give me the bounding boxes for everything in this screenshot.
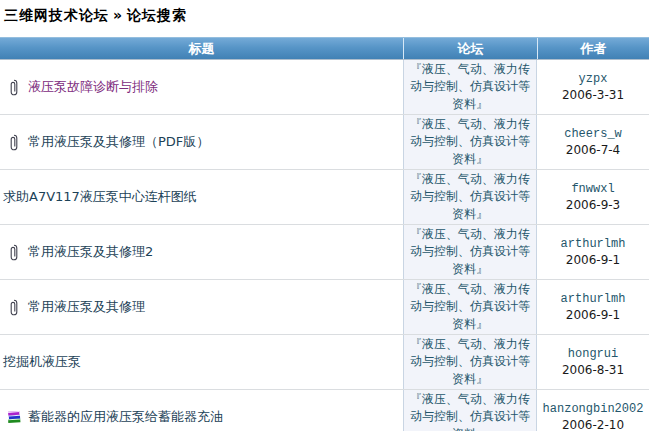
table-row: 挖掘机液压泵『液压、气动、液力传动与控制、仿真设计等资料』hongrui2006… [0,335,649,390]
post-date: 2006-7-4 [566,143,620,157]
author-link[interactable]: hongrui [568,347,618,361]
topic-title-link[interactable]: 蓄能器的应用液压泵给蓄能器充油 [28,408,223,426]
author-link[interactable]: hanzongbin2002 [543,402,644,416]
post-date: 2006-9-3 [566,198,620,212]
paperclip-icon [7,134,21,151]
forum-cell: 『液压、气动、液力传动与控制、仿真设计等资料』 [403,115,537,169]
title-cell: 常用液压泵及其修理2 [0,225,403,279]
forum-link[interactable]: 『液压、气动、液力传动与控制、仿真设计等资料』 [409,281,531,333]
paperclip-icon [7,79,21,96]
author-link[interactable]: cheers_w [564,127,622,141]
forum-cell: 『液压、气动、液力传动与控制、仿真设计等资料』 [403,225,537,279]
table-row: 常用液压泵及其修理2『液压、气动、液力传动与控制、仿真设计等资料』arthurl… [0,225,649,280]
topic-title-link[interactable]: 求助A7V117液压泵中心连杆图纸 [3,188,197,206]
breadcrumb-page: 论坛搜索 [127,7,187,23]
topic-title-link[interactable]: 常用液压泵及其修理 [28,298,145,316]
forum-link[interactable]: 『液压、气动、液力传动与控制、仿真设计等资料』 [409,116,531,168]
forum-link[interactable]: 『液压、气动、液力传动与控制、仿真设计等资料』 [409,61,531,113]
breadcrumb-separator: » [109,7,127,23]
table-row: 液压泵故障诊断与排除『液压、气动、液力传动与控制、仿真设计等资料』yzpx200… [0,60,649,115]
author-link[interactable]: yzpx [579,72,608,86]
post-date: 2006-2-10 [562,418,624,431]
author-cell: arthurlmh2006-9-1 [537,280,649,334]
table-header-row: 标题 论坛 作者 [0,37,649,60]
table-row: 常用液压泵及其修理（PDF版）『液压、气动、液力传动与控制、仿真设计等资料』ch… [0,115,649,170]
forum-link[interactable]: 『液压、气动、液力传动与控制、仿真设计等资料』 [409,391,531,431]
forum-cell: 『液压、气动、液力传动与控制、仿真设计等资料』 [403,390,537,431]
topic-title-link[interactable]: 常用液压泵及其修理（PDF版） [28,133,209,151]
author-link[interactable]: fnwwxl [571,182,614,196]
title-cell: 常用液压泵及其修理 [0,280,403,334]
forum-cell: 『液压、气动、液力传动与控制、仿真设计等资料』 [403,170,537,224]
author-cell: hanzongbin20022006-2-10 [537,390,649,431]
post-date: 2006-8-31 [562,363,624,377]
forum-link[interactable]: 『液压、气动、液力传动与控制、仿真设计等资料』 [409,336,531,388]
forum-link[interactable]: 『液压、气动、液力传动与控制、仿真设计等资料』 [409,226,531,278]
forum-cell: 『液压、气动、液力传动与控制、仿真设计等资料』 [403,335,537,389]
title-cell: 常用液压泵及其修理（PDF版） [0,115,403,169]
forum-cell: 『液压、气动、液力传动与控制、仿真设计等资料』 [403,280,537,334]
author-cell: cheers_w2006-7-4 [537,115,649,169]
post-date: 2006-3-31 [562,88,624,102]
table-row: 常用液压泵及其修理『液压、气动、液力传动与控制、仿真设计等资料』arthurlm… [0,280,649,335]
topic-title-link[interactable]: 挖掘机液压泵 [3,353,81,371]
title-cell: 求助A7V117液压泵中心连杆图纸 [0,170,403,224]
column-header-title: 标题 [0,38,403,59]
rar-icon [7,410,21,424]
table-row: 蓄能器的应用液压泵给蓄能器充油『液压、气动、液力传动与控制、仿真设计等资料』ha… [0,390,649,431]
author-cell: fnwwxl2006-9-3 [537,170,649,224]
post-date: 2006-9-1 [566,253,620,267]
search-results-table: 标题 论坛 作者 液压泵故障诊断与排除『液压、气动、液力传动与控制、仿真设计等资… [0,37,649,431]
post-date: 2006-9-1 [566,308,620,322]
author-cell: yzpx2006-3-31 [537,60,649,114]
author-link[interactable]: arthurlmh [561,292,626,306]
title-cell: 蓄能器的应用液压泵给蓄能器充油 [0,390,403,431]
breadcrumb-site[interactable]: 三维网技术论坛 [4,7,109,23]
breadcrumb: 三维网技术论坛»论坛搜索 [0,0,649,25]
search-results-body: 液压泵故障诊断与排除『液压、气动、液力传动与控制、仿真设计等资料』yzpx200… [0,60,649,431]
column-header-forum: 论坛 [403,38,537,59]
author-cell: arthurlmh2006-9-1 [537,225,649,279]
forum-link[interactable]: 『液压、气动、液力传动与控制、仿真设计等资料』 [409,171,531,223]
topic-title-link[interactable]: 常用液压泵及其修理2 [28,243,153,261]
forum-cell: 『液压、气动、液力传动与控制、仿真设计等资料』 [403,60,537,114]
paperclip-icon [7,299,21,316]
title-cell: 液压泵故障诊断与排除 [0,60,403,114]
column-header-author: 作者 [537,38,649,59]
paperclip-icon [7,244,21,261]
table-row: 求助A7V117液压泵中心连杆图纸『液压、气动、液力传动与控制、仿真设计等资料』… [0,170,649,225]
title-cell: 挖掘机液压泵 [0,335,403,389]
author-cell: hongrui2006-8-31 [537,335,649,389]
author-link[interactable]: arthurlmh [561,237,626,251]
topic-title-link[interactable]: 液压泵故障诊断与排除 [28,78,158,96]
